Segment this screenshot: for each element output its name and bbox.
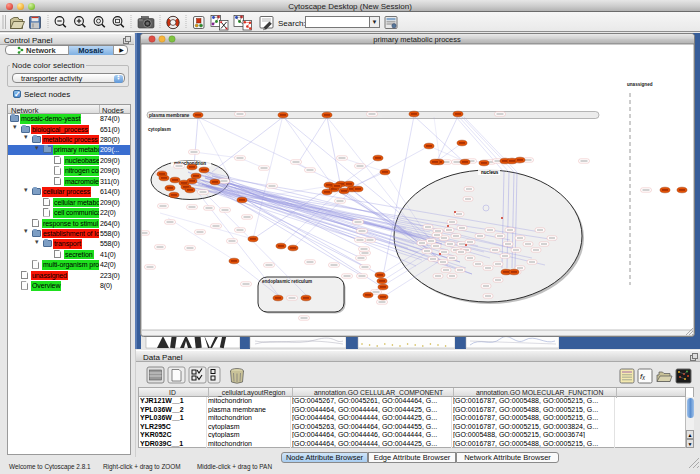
svg-text:fₓ: fₓ [640,372,645,381]
svg-text:plasma membrane: plasma membrane [149,113,190,118]
svg-text:nucleus: nucleus [481,170,499,175]
svg-text:primary metabolic process: primary metabolic process [373,35,461,44]
svg-text:unassigned: unassigned [627,82,653,87]
svg-text:endoplasmic reticulum: endoplasmic reticulum [262,279,312,284]
svg-text:cytoplasm: cytoplasm [148,127,171,132]
